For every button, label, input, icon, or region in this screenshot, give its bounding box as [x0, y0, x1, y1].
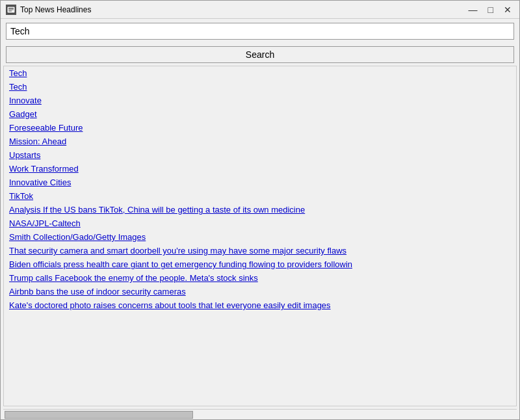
- minimize-button[interactable]: —: [466, 5, 480, 14]
- list-item[interactable]: Innovate: [4, 94, 516, 107]
- list-item[interactable]: Foreseeable Future: [4, 121, 516, 135]
- list-item[interactable]: Analysis If the US bans TikTok, China wi…: [4, 203, 516, 217]
- search-input[interactable]: [6, 23, 514, 40]
- svg-rect-2: [8, 9, 14, 10]
- list-item[interactable]: Smith Collection/Gado/Getty Images: [4, 230, 516, 244]
- list-item[interactable]: Mission: Ahead: [4, 135, 516, 148]
- list-item[interactable]: NASA/JPL-Caltech: [4, 217, 516, 230]
- list-item[interactable]: Tech: [4, 66, 516, 80]
- list-item[interactable]: Work Transformed: [4, 162, 516, 176]
- horizontal-scrollbar[interactable]: [3, 409, 517, 419]
- search-button[interactable]: Search: [6, 46, 514, 63]
- list-item[interactable]: Tech: [4, 80, 516, 94]
- search-input-container: [1, 19, 519, 44]
- maximize-button[interactable]: □: [486, 5, 496, 14]
- list-item[interactable]: Trump calls Facebook the enemy of the pe…: [4, 271, 516, 285]
- search-button-container: Search: [1, 44, 519, 66]
- list-item[interactable]: Biden officials press health care giant …: [4, 257, 516, 271]
- svg-rect-1: [8, 8, 14, 9]
- list-item[interactable]: TikTok: [4, 189, 516, 203]
- news-list[interactable]: TechTechInnovateGadgetForeseeable Future…: [3, 66, 517, 406]
- window-title: Top News Headlines: [20, 5, 91, 14]
- list-item[interactable]: Airbnb bans the use of indoor security c…: [4, 285, 516, 298]
- title-bar-controls: — □ ✕: [466, 5, 514, 14]
- close-button[interactable]: ✕: [501, 5, 514, 14]
- list-item[interactable]: Upstarts: [4, 148, 516, 162]
- list-item[interactable]: Gadget: [4, 107, 516, 121]
- list-item[interactable]: Kate's doctored photo raises concerns ab…: [4, 298, 516, 312]
- title-bar: Top News Headlines — □ ✕: [1, 1, 519, 19]
- svg-rect-3: [8, 10, 12, 11]
- newspaper-icon: [6, 5, 16, 15]
- list-item[interactable]: Innovative Cities: [4, 176, 516, 189]
- title-bar-left: Top News Headlines: [6, 5, 91, 15]
- scrollbar-thumb[interactable]: [5, 411, 193, 419]
- list-item[interactable]: That security camera and smart doorbell …: [4, 244, 516, 257]
- main-window: Top News Headlines — □ ✕ Search TechTech…: [0, 0, 520, 420]
